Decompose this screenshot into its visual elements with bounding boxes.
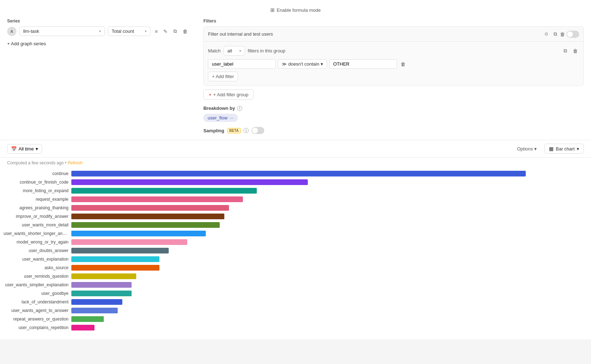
bar[interactable] <box>71 256 159 262</box>
bar-label: continue <box>4 171 68 176</box>
bar-row: user_reminds_question <box>71 272 584 280</box>
bar-row: continue <box>71 170 584 178</box>
add-filter-group-label: + Add filter group <box>213 92 249 97</box>
sampling-label: Sampling <box>203 128 224 133</box>
bar[interactable] <box>71 316 104 322</box>
delete-filter-group-btn[interactable]: 🗑 <box>559 30 566 39</box>
chevron-down-icon: ▾ <box>577 146 579 152</box>
calendar-icon: 📅 <box>11 146 17 152</box>
bar-row: request_example <box>71 195 584 203</box>
toolbar-right: Options ▾ ▦ Bar chart ▾ <box>513 144 584 154</box>
bar-row: model_wrong_or_try_again <box>71 238 584 246</box>
chevron-down-icon: ▾ <box>36 146 38 152</box>
add-series-label: + Add graph series <box>7 41 46 46</box>
chevron-down-icon: ▾ <box>99 29 101 33</box>
gear-icon: ⚙ <box>544 31 549 37</box>
bar[interactable] <box>71 196 243 202</box>
formula-mode-button[interactable]: ⊞ Enable formula mode <box>268 6 324 14</box>
plus-icon: + <box>209 92 212 97</box>
bar-label: asks_source <box>4 265 68 270</box>
bar-label: user_complains_repetition <box>4 325 68 330</box>
avatar: A <box>7 27 16 36</box>
bar[interactable] <box>71 214 224 219</box>
add-series-button[interactable]: + Add graph series <box>7 39 46 48</box>
delete-match-btn[interactable]: 🗑 <box>571 47 579 55</box>
series-section: Series A llm-task ▾ Total count ▾ ≡ ✎ ⧉ … <box>7 19 189 48</box>
delete-filter-btn[interactable]: 🗑 <box>399 60 407 68</box>
time-range-label: All time <box>19 146 34 152</box>
bar-row: more_listing_or_expand <box>71 187 584 195</box>
formula-btn-label: Enable formula mode <box>277 7 321 13</box>
bar[interactable] <box>71 239 187 245</box>
delete-icon-btn[interactable]: 🗑 <box>181 27 189 36</box>
computed-line: Computed a few seconds ago • Refresh <box>0 158 591 168</box>
sampling-toggle[interactable] <box>251 127 264 134</box>
count-dropdown[interactable]: Total count ▾ <box>108 26 151 36</box>
bar-row: agrees_praising_thanking <box>71 204 584 212</box>
filter-group-toggle[interactable] <box>566 31 579 38</box>
add-filter-group-button[interactable]: + + Add filter group <box>203 89 254 100</box>
bar[interactable] <box>71 273 136 279</box>
bar-label: user_wants_shorter_longer_answer <box>4 231 68 236</box>
bar-label: user_reminds_question <box>4 274 68 279</box>
bar[interactable] <box>71 299 122 305</box>
add-filter-button[interactable]: + Add filter <box>208 72 238 81</box>
bar-row: improve_or_modify_answer <box>71 212 584 220</box>
bar-label: repeat_answers_or_question <box>4 317 68 322</box>
bar-label: model_wrong_or_try_again <box>4 240 68 245</box>
breakdown-label: Breakdown by <box>203 106 235 111</box>
bar[interactable] <box>71 205 229 211</box>
chevron-down-icon: ▾ <box>145 29 147 33</box>
bar-label: user_wants_explanation <box>4 257 68 262</box>
filter-icon-btn[interactable]: ≡ <box>153 27 159 36</box>
computed-text: Computed a few seconds ago <box>7 160 64 165</box>
bar[interactable] <box>71 308 118 313</box>
breakdown-tag[interactable]: user_flow ··· <box>203 114 238 122</box>
options-button[interactable]: Options ▾ <box>513 144 541 154</box>
bar[interactable] <box>71 265 159 271</box>
op-value: doesn't contain <box>288 61 319 67</box>
refresh-link[interactable]: Refresh <box>68 160 83 165</box>
bar-label: user_doubts_answer <box>4 248 68 253</box>
chart-type-button[interactable]: ▦ Bar chart ▾ <box>544 144 584 154</box>
bar-row: user_doubts_answer <box>71 247 584 255</box>
bar-row: user_wants_simplier_explanation <box>71 281 584 289</box>
bar[interactable] <box>71 179 308 185</box>
bar[interactable] <box>71 248 169 253</box>
bar[interactable] <box>71 231 206 236</box>
bar[interactable] <box>71 291 132 296</box>
bar[interactable] <box>71 325 95 330</box>
barchart-icon: ▦ <box>549 146 554 152</box>
breakdown-dots[interactable]: ··· <box>230 115 234 121</box>
bar-label: agrees_praising_thanking <box>4 205 68 210</box>
bar[interactable] <box>71 222 220 228</box>
filter-row: ≫ doesn't contain ▾ 🗑 <box>208 59 579 69</box>
edit-icon-btn[interactable]: ✎ <box>162 27 169 36</box>
breakdown-section: Breakdown by i user_flow ··· <box>203 106 584 122</box>
chevron-down-icon: ▾ <box>321 61 323 67</box>
count-label: Total count <box>112 29 134 34</box>
bar-label: continue_or_finnish_code <box>4 180 68 185</box>
bar-row: repeat_answers_or_question <box>71 315 584 323</box>
match-value: all <box>228 48 232 53</box>
bar[interactable] <box>71 188 257 194</box>
copy-match-btn[interactable]: ⧉ <box>562 46 569 55</box>
time-range-button[interactable]: 📅 All time ▾ <box>7 144 42 154</box>
copy-filter-group-btn[interactable]: ⧉ <box>552 30 559 39</box>
bar[interactable] <box>71 171 526 176</box>
bar-label: request_example <box>4 197 68 202</box>
filter-value-input[interactable] <box>329 59 397 69</box>
copy-icon-btn[interactable]: ⧉ <box>172 27 178 36</box>
separator: • <box>65 160 66 165</box>
filter-op-dropdown[interactable]: ≫ doesn't contain ▾ <box>278 59 327 69</box>
bar[interactable] <box>71 282 132 288</box>
bar-label: user_goodbye <box>4 291 68 296</box>
bar-label: more_listing_or_expand <box>4 188 68 193</box>
options-label: Options <box>517 146 533 152</box>
breakdown-label-row: Breakdown by i <box>203 106 584 111</box>
match-value-dropdown[interactable]: all ▾ <box>224 46 245 56</box>
op-icon: ≫ <box>282 61 287 67</box>
chevron-down-icon: ▾ <box>534 146 537 152</box>
filter-field-input[interactable] <box>208 59 276 69</box>
series-name-dropdown[interactable]: llm-task ▾ <box>19 26 105 36</box>
